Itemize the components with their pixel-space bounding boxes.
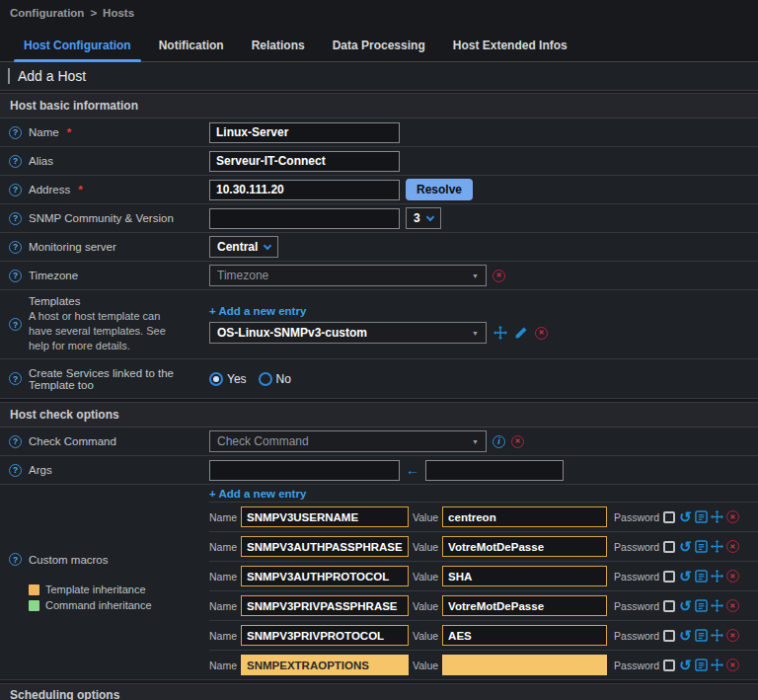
template-select[interactable]: OS-Linux-SNMPv3-custom ▼	[209, 322, 487, 344]
help-icon[interactable]: ?	[9, 270, 22, 282]
help-icon[interactable]: ?	[9, 464, 22, 477]
macro-name-input[interactable]	[241, 655, 409, 675]
inheritance-legend: Template inheritance Command inheritance	[29, 583, 209, 611]
monitoring-server-select[interactable]: Central	[209, 236, 278, 258]
help-icon[interactable]: ?	[9, 155, 22, 168]
section-host-basic-information: Host basic information	[0, 93, 758, 118]
help-icon[interactable]: ?	[9, 184, 22, 196]
macro-value-input[interactable]	[442, 506, 607, 527]
undo-icon[interactable]: ↺	[679, 659, 692, 671]
password-checkbox[interactable]	[663, 600, 675, 612]
macro-name-input[interactable]	[241, 506, 409, 527]
dropdown-arrow-icon: ▼	[472, 330, 479, 337]
tab-notification[interactable]: Notification	[145, 31, 238, 61]
tab-host-extended-infos[interactable]: Host Extended Infos	[439, 31, 581, 61]
password-checkbox[interactable]	[663, 571, 675, 583]
add-template-entry-link[interactable]: + Add a new entry	[209, 305, 758, 317]
description-icon[interactable]	[695, 510, 708, 523]
breadcrumb-configuration[interactable]: Configuration	[10, 7, 84, 19]
tab-host-configuration[interactable]: Host Configuration	[10, 31, 145, 61]
templates-label: Templates	[29, 295, 185, 307]
radio-yes[interactable]: Yes	[209, 372, 247, 386]
macro-value-input[interactable]	[442, 655, 607, 675]
move-icon[interactable]	[711, 540, 723, 553]
macro-value-input[interactable]	[442, 536, 607, 557]
password-checkbox[interactable]	[663, 630, 675, 642]
help-icon[interactable]: ?	[9, 126, 22, 139]
dropdown-arrow-icon: ▼	[472, 438, 479, 445]
macro-value-input[interactable]	[442, 566, 607, 586]
resolve-button[interactable]: Resolve	[406, 179, 473, 200]
macro-value-input[interactable]	[442, 625, 607, 646]
breadcrumb-hosts[interactable]: Hosts	[103, 7, 134, 19]
clear-timezone-icon[interactable]: ✕	[493, 270, 505, 282]
macro-name-input[interactable]	[241, 625, 409, 646]
password-checkbox[interactable]	[663, 511, 675, 523]
password-checkbox[interactable]	[663, 660, 675, 671]
description-icon[interactable]	[695, 599, 708, 612]
help-icon[interactable]: ?	[9, 435, 22, 448]
macro-value-input[interactable]	[442, 595, 607, 616]
delete-macro-icon[interactable]: ✕	[726, 599, 739, 612]
alias-input[interactable]	[209, 151, 400, 172]
macro-row: Name Value Password ↺ ✕	[209, 590, 758, 620]
row-create-services: ? Create Services linked to the Template…	[0, 359, 758, 399]
move-icon[interactable]	[711, 570, 723, 583]
undo-icon[interactable]: ↺	[679, 570, 692, 583]
command-inheritance-label: Command inheritance	[45, 599, 152, 611]
description-icon[interactable]	[695, 659, 708, 671]
snmp-community-input[interactable]	[209, 208, 400, 229]
move-icon[interactable]	[711, 659, 723, 671]
description-icon[interactable]	[695, 570, 708, 583]
row-timezone: ? Timezone Timezone ▼ ✕	[0, 262, 758, 290]
add-macro-entry-link[interactable]: + Add a new entry	[209, 488, 758, 500]
macro-row: Name Value Password ↺ ✕	[209, 531, 758, 561]
breadcrumb-separator: >	[90, 7, 97, 19]
edit-pencil-icon[interactable]	[514, 326, 528, 340]
delete-macro-icon[interactable]: ✕	[726, 659, 739, 671]
password-checkbox[interactable]	[663, 541, 675, 553]
info-icon[interactable]: i	[493, 435, 505, 448]
tab-data-processing[interactable]: Data Processing	[319, 31, 439, 61]
move-icon[interactable]	[711, 629, 723, 642]
address-input[interactable]	[209, 180, 400, 200]
macro-name-input[interactable]	[241, 566, 409, 586]
monitoring-server-label: Monitoring server	[29, 241, 116, 253]
create-services-radio-group: Yes No	[209, 372, 291, 386]
args-input-2[interactable]	[425, 460, 564, 481]
snmp-label: SNMP Community & Version	[29, 212, 174, 224]
help-icon[interactable]: ?	[9, 553, 22, 566]
macro-name-input[interactable]	[241, 595, 409, 616]
create-services-label: Create Services linked to the Template t…	[29, 367, 185, 391]
description-icon[interactable]	[695, 540, 708, 553]
description-icon[interactable]	[695, 629, 708, 642]
undo-icon[interactable]: ↺	[679, 510, 692, 523]
timezone-select[interactable]: Timezone ▼	[209, 265, 487, 286]
radio-no-button[interactable]	[259, 372, 272, 386]
undo-icon[interactable]: ↺	[679, 599, 692, 612]
undo-icon[interactable]: ↺	[679, 540, 692, 553]
help-icon[interactable]: ?	[9, 372, 22, 385]
delete-macro-icon[interactable]: ✕	[726, 540, 739, 553]
delete-macro-icon[interactable]: ✕	[726, 629, 739, 642]
args-input-1[interactable]	[209, 460, 400, 481]
move-icon[interactable]	[711, 510, 723, 523]
clear-check-command-icon[interactable]: ✕	[511, 435, 524, 448]
check-command-select[interactable]: Check Command ▼	[209, 430, 487, 452]
delete-macro-icon[interactable]: ✕	[726, 570, 739, 583]
move-icon[interactable]	[711, 599, 723, 612]
move-icon[interactable]	[493, 326, 507, 340]
radio-no[interactable]: No	[259, 372, 291, 386]
snmp-version-select[interactable]: 3	[406, 207, 441, 229]
delete-template-icon[interactable]: ✕	[535, 327, 548, 340]
undo-icon[interactable]: ↺	[679, 629, 692, 642]
tab-relations[interactable]: Relations	[238, 31, 319, 61]
help-icon[interactable]: ?	[9, 241, 22, 254]
macro-name-input[interactable]	[241, 536, 409, 557]
help-icon[interactable]: ?	[9, 212, 22, 225]
help-icon[interactable]: ?	[9, 318, 22, 331]
delete-macro-icon[interactable]: ✕	[726, 510, 739, 523]
name-input[interactable]	[209, 122, 400, 143]
row-snmp: ? SNMP Community & Version 3	[0, 204, 758, 233]
radio-yes-button[interactable]	[209, 372, 223, 386]
